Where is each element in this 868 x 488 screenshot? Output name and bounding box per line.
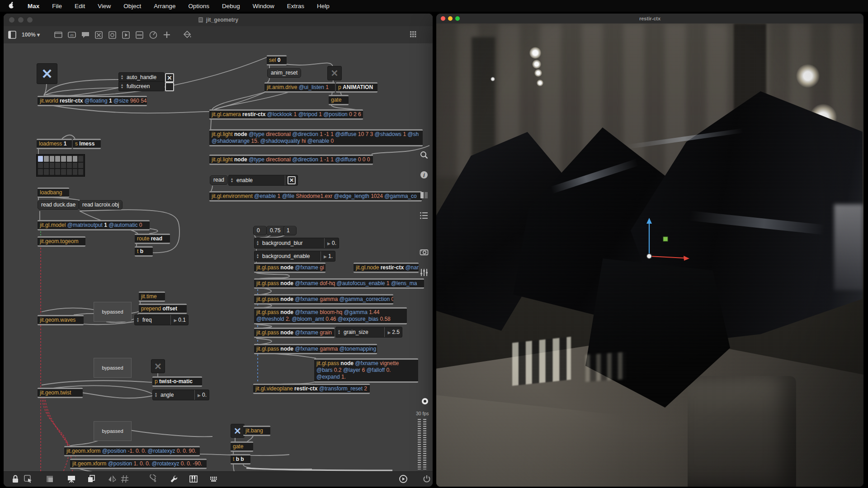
duplicate-icon[interactable] — [87, 474, 96, 483]
selection-tool-icon[interactable] — [24, 474, 33, 483]
object-t-b-b[interactable]: t b b — [231, 454, 250, 465]
object-jit-gl-environment[interactable]: jit.gl.environment @enable 1 @file Shiod… — [209, 191, 422, 202]
attrui-angle[interactable]: ▲▼ angle ▶0. — [152, 389, 209, 400]
dual-view-icon[interactable] — [420, 191, 429, 200]
lock-patcher-icon[interactable] — [11, 474, 20, 483]
object-p-animation[interactable]: p ANIMATION — [336, 82, 377, 93]
new-message-icon[interactable]: m — [67, 30, 77, 40]
message-read-duck[interactable]: read duck.dae — [38, 200, 79, 210]
message-1[interactable]: 1 — [283, 226, 297, 235]
checkbox-auto-handle[interactable]: ✕ — [165, 73, 174, 82]
mixer-sliders-icon[interactable] — [420, 268, 429, 277]
new-slider-icon[interactable] — [135, 30, 145, 40]
minimize-button[interactable] — [448, 16, 453, 21]
object-gate-1[interactable]: gate — [329, 95, 349, 105]
new-object-icon[interactable] — [53, 30, 63, 40]
menu-item-file[interactable]: File — [52, 3, 62, 9]
menu-item-view[interactable]: View — [98, 3, 111, 9]
object-loadbang[interactable]: loadbang — [38, 188, 69, 198]
message-read-lacroix[interactable]: read lacroix.obj — [79, 200, 123, 210]
panel-bypassed-1[interactable]: bypassed — [94, 302, 132, 322]
toggle-twist[interactable]: ✕ — [151, 359, 165, 373]
attrui-enable[interactable]: ▲▼ enable ✕ — [228, 175, 298, 186]
new-playbar-icon[interactable] — [121, 30, 131, 40]
stepper-arrows-icon[interactable]: ▲▼ — [229, 178, 235, 183]
render-viewport[interactable] — [436, 23, 863, 487]
new-number-icon[interactable] — [108, 30, 118, 40]
zoom-button[interactable] — [27, 17, 33, 23]
umenu-fullscreen[interactable]: ▲▼ fullscreen — [118, 81, 165, 91]
zoom-level-select[interactable]: 100% ▾ — [22, 32, 40, 38]
zoom-region-icon[interactable] — [45, 474, 54, 483]
stepper-arrows-icon[interactable]: ▲▼ — [336, 329, 342, 335]
search-icon[interactable] — [420, 150, 429, 160]
object-gate-2[interactable]: gate — [231, 441, 253, 452]
checkbox-fullscreen[interactable] — [165, 82, 174, 91]
object-t-b[interactable]: t b — [135, 246, 153, 257]
object-s-lmess[interactable]: s lmess — [73, 139, 101, 149]
close-button[interactable] — [9, 17, 14, 23]
menu-item-window[interactable]: Window — [253, 3, 274, 9]
object-jit-geom-waves[interactable]: jit.geom.waves — [38, 315, 84, 325]
object-jit-geom-twist[interactable]: jit.geom.twist — [38, 388, 83, 398]
presentation-mode-icon[interactable] — [67, 474, 76, 483]
paint-bucket-icon[interactable] — [182, 30, 192, 40]
message-read[interactable]: read — [210, 175, 228, 185]
object-jit-gl-camera[interactable]: jit.gl.camera restir-ctx @locklook 1 @tr… — [209, 109, 363, 120]
attrui-background-blur[interactable]: ▲▼ background_blur ▶0. — [254, 238, 339, 249]
add-more-icon[interactable] — [162, 30, 172, 40]
stepper-arrows-icon[interactable]: ▲▼ — [135, 317, 141, 323]
object-jit-world[interactable]: jit.world restir-ctx @floating 1 @size 9… — [38, 96, 147, 106]
object-jit-geom-xform-1[interactable]: jit.geom.xform @position -1. 0. 0. @rota… — [64, 446, 200, 456]
object-loadmess[interactable]: loadmess 1 — [37, 139, 72, 149]
mirror-align-icon[interactable] — [108, 474, 117, 483]
patcher-titlebar[interactable]: jit_geometry — [4, 14, 433, 27]
object-jit-gl-pass-dof[interactable]: jit.gl.pass node @fxname dof-hq @autofoc… — [254, 278, 424, 289]
object-jit-time[interactable]: jit.time — [139, 291, 165, 302]
toggle-bang[interactable]: ✕ — [231, 424, 245, 438]
menu-item-object[interactable]: Object — [123, 3, 141, 9]
object-jit-gl-pass-vignette[interactable]: jit.gl.pass node @fxname vignette @bars … — [314, 358, 418, 383]
object-jit-gl-pass-tonemap[interactable]: jit.gl.pass node @fxname gamma @tonemapp… — [254, 344, 377, 354]
grid-overlay-icon[interactable] — [409, 30, 419, 40]
stepper-arrows-icon[interactable]: ▲▼ — [153, 392, 159, 398]
toggle-animation[interactable]: ✕ — [327, 66, 342, 80]
object-jit-gl-node[interactable]: jit.gl.node restir-ctx @nam — [354, 263, 419, 273]
apple-menu-icon[interactable] — [8, 1, 15, 10]
attrui-grain-size[interactable]: ▲▼ grain_size ▶2.5 — [335, 327, 402, 338]
menu-item-edit[interactable]: Edit — [75, 3, 85, 9]
attach-paperclip-icon[interactable] — [148, 474, 157, 483]
power-audio-icon[interactable] — [422, 474, 431, 483]
shortcuts-keyboard-icon[interactable] — [209, 474, 218, 483]
new-toggle-icon[interactable] — [94, 30, 104, 40]
attrui-background-enable[interactable]: ▲▼ background_enable ▶1. — [254, 251, 335, 262]
zoom-button[interactable] — [455, 16, 460, 21]
object-jit-anim-drive[interactable]: jit.anim.drive @ui_listen 1 — [264, 82, 335, 93]
wrench-tools-icon[interactable] — [169, 474, 178, 483]
object-jit-geom-togeom[interactable]: jit.geom.togeom — [38, 236, 85, 247]
umenu-auto-handle[interactable]: ▲▼ auto_handle — [118, 72, 165, 82]
preset-grid[interactable] — [36, 154, 85, 177]
message-anim-reset[interactable]: anim_reset — [267, 68, 301, 78]
object-route-read[interactable]: route read — [135, 234, 170, 244]
object-p-twist-o-matic[interactable]: p twist-o-matic — [152, 376, 202, 387]
piano-keyboard-icon[interactable] — [189, 474, 198, 483]
stepper-arrows-icon[interactable]: ▲▼ — [119, 84, 125, 89]
inspector-info-icon[interactable]: i — [420, 170, 429, 179]
menu-item-help[interactable]: Help — [317, 3, 330, 9]
render-titlebar[interactable]: restir-ctx — [436, 14, 863, 24]
run-play-icon[interactable] — [399, 474, 408, 483]
snapshot-camera-icon[interactable] — [420, 248, 429, 257]
object-jit-bang[interactable]: jit.bang — [243, 426, 270, 436]
menu-item-extras[interactable]: Extras — [287, 3, 304, 9]
panel-bypassed-2[interactable]: bypassed — [94, 358, 132, 378]
menu-item-options[interactable]: Options — [188, 3, 209, 9]
object-jit-gl-pass-gi[interactable]: jit.gl.pass node @fxname gi — [254, 263, 326, 273]
sidebar-toggle-icon[interactable] — [7, 30, 17, 40]
minimize-button[interactable] — [18, 17, 24, 23]
new-dial-icon[interactable] — [148, 30, 158, 40]
object-jit-gl-pass-grain[interactable]: jit.gl.pass node @fxname grain — [254, 328, 335, 338]
object-jit-gl-videoplane[interactable]: jit.gl.videoplane restir-ctx @transform_… — [253, 384, 370, 394]
object-jit-gl-model[interactable]: jit.gl.model @matrixoutput 1 @automatic … — [38, 220, 150, 230]
toggle-render-on[interactable]: ✕ — [37, 63, 57, 84]
